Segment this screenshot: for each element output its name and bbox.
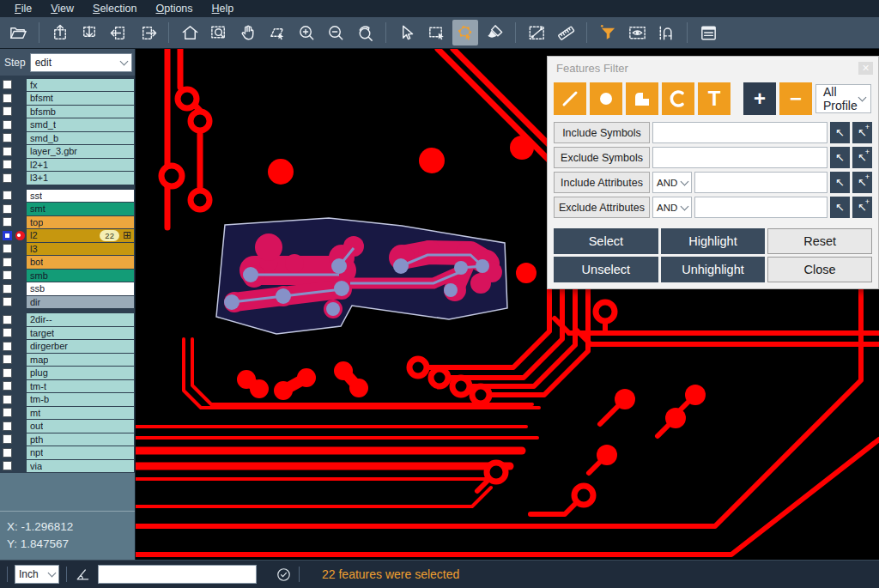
layer-checkbox[interactable]: [3, 328, 12, 337]
layer-row-l2[interactable]: l222⊞: [0, 229, 135, 243]
layer-checkbox[interactable]: [3, 231, 12, 240]
exclude-attributes-button[interactable]: Exclude Attributes: [554, 197, 650, 218]
send-right-icon[interactable]: [135, 20, 161, 45]
layer-row-layer3gbr[interactable]: layer_3.gbr: [0, 145, 135, 159]
layer-row-l3plus1[interactable]: l3+1: [0, 172, 135, 185]
add-filter-button[interactable]: +: [743, 82, 776, 115]
layer-checkbox[interactable]: [3, 191, 12, 200]
include-symbols-input[interactable]: [652, 122, 827, 143]
layer-row-ssb[interactable]: ssb: [0, 282, 135, 296]
measure-distance-icon[interactable]: [524, 20, 549, 45]
layer-row-out[interactable]: out: [0, 420, 135, 433]
layer-row-smt[interactable]: smt: [0, 203, 135, 216]
layer-checkbox[interactable]: [3, 204, 12, 214]
pcb-canvas[interactable]: Features Filter ✕ T + − All Profile: [136, 49, 879, 560]
reset-button[interactable]: Reset: [767, 228, 872, 254]
layer-checkbox[interactable]: [3, 315, 12, 324]
layer-checkbox[interactable]: [3, 147, 12, 156]
layer-checkbox[interactable]: [3, 270, 12, 280]
layer-row-tm-b[interactable]: tm-b: [0, 393, 135, 407]
zoom-out-icon[interactable]: [323, 20, 349, 45]
layer-row-smb[interactable]: smb: [0, 269, 135, 282]
pan-hand-icon[interactable]: [235, 20, 261, 45]
layer-checkbox[interactable]: [3, 80, 12, 89]
layer-checkbox[interactable]: [3, 434, 12, 444]
profile-dropdown[interactable]: All Profile: [815, 84, 871, 113]
pick-symbol-icon[interactable]: [830, 122, 850, 143]
clear-brush-icon[interactable]: [482, 20, 507, 45]
pick-symbol-icon[interactable]: [830, 147, 850, 168]
drag-select-icon[interactable]: [264, 20, 290, 45]
ruler-icon[interactable]: [553, 20, 579, 45]
menu-help[interactable]: Help: [204, 1, 242, 16]
layer-checkbox[interactable]: [3, 94, 12, 103]
view-options-icon[interactable]: [624, 20, 650, 45]
layer-checkbox[interactable]: [3, 408, 12, 417]
layer-row-pth[interactable]: pth: [0, 433, 135, 446]
unhighlight-button[interactable]: Unhighlight: [661, 257, 766, 282]
highlight-button[interactable]: Highlight: [661, 228, 766, 254]
layer-checkbox[interactable]: [3, 355, 12, 364]
surface-feature-button[interactable]: [626, 82, 658, 115]
layer-row-sst[interactable]: sst: [0, 189, 135, 203]
layer-row-bfsmt[interactable]: bfsmt: [0, 92, 135, 106]
dialog-title-bar[interactable]: Features Filter ✕: [548, 57, 878, 79]
layer-row-plug[interactable]: plug: [0, 367, 135, 380]
layer-checkbox[interactable]: [3, 244, 12, 253]
layer-row-target[interactable]: target: [0, 326, 135, 340]
pick-add-attribute-icon[interactable]: [852, 197, 872, 218]
menu-options[interactable]: Options: [148, 1, 200, 16]
include-attributes-operator-dropdown[interactable]: AND: [652, 172, 692, 193]
arc-feature-button[interactable]: [662, 82, 694, 115]
command-input[interactable]: [98, 565, 257, 584]
zoom-window-icon[interactable]: [206, 20, 232, 45]
step-dropdown[interactable]: edit: [30, 53, 132, 72]
layer-checkbox[interactable]: [3, 461, 12, 470]
pick-attribute-icon[interactable]: [830, 197, 850, 218]
zoom-previous-icon[interactable]: [352, 20, 378, 45]
layer-row-fx[interactable]: fx: [0, 78, 135, 92]
layer-checkbox[interactable]: [3, 448, 12, 458]
layer-row-tm-t[interactable]: tm-t: [0, 379, 135, 393]
select-button[interactable]: Select: [554, 228, 658, 254]
layer-row-2dir[interactable]: 2dir--: [0, 313, 135, 327]
pick-add-symbol-icon[interactable]: [852, 147, 872, 168]
exclude-attributes-input[interactable]: [694, 197, 827, 218]
layer-row-l2plus1[interactable]: l2+1: [0, 158, 135, 172]
include-symbols-button[interactable]: Include Symbols: [554, 122, 650, 143]
layer-row-bot[interactable]: bot: [0, 256, 135, 270]
menu-view[interactable]: View: [43, 1, 82, 16]
close-button[interactable]: Close: [767, 257, 872, 282]
layer-checkbox[interactable]: [3, 173, 12, 183]
snap-mode-icon[interactable]: [653, 20, 679, 45]
close-icon[interactable]: ✕: [858, 62, 873, 75]
open-folder-icon[interactable]: [5, 20, 31, 45]
include-attributes-button[interactable]: Include Attributes: [554, 172, 650, 193]
layers-panel-icon[interactable]: [695, 20, 721, 45]
import-down-icon[interactable]: [76, 20, 102, 45]
layer-row-l3[interactable]: l3: [0, 242, 135, 256]
text-feature-button[interactable]: T: [698, 82, 730, 115]
layer-row-mt[interactable]: mt: [0, 406, 135, 420]
unselect-button[interactable]: Unselect: [554, 257, 658, 282]
exclude-symbols-input[interactable]: [652, 147, 827, 168]
features-filter-icon[interactable]: [595, 20, 621, 45]
layer-row-map[interactable]: map: [0, 353, 135, 367]
menu-file[interactable]: File: [7, 1, 39, 16]
home-icon[interactable]: [177, 20, 203, 45]
layer-row-via[interactable]: via: [0, 459, 135, 473]
exclude-symbols-button[interactable]: Exclude Symbols: [554, 147, 650, 168]
layer-checkbox[interactable]: [3, 258, 12, 267]
line-feature-button[interactable]: [554, 82, 586, 115]
polygon-select-icon[interactable]: [452, 20, 478, 45]
angle-measure-icon[interactable]: [74, 566, 91, 583]
include-attributes-input[interactable]: [694, 172, 827, 193]
grid-icon[interactable]: ⊞: [123, 230, 131, 241]
layer-row-dir[interactable]: dir: [0, 295, 135, 309]
units-dropdown[interactable]: Inch: [15, 565, 59, 584]
layer-checkbox[interactable]: [3, 106, 12, 116]
layer-checkbox[interactable]: [3, 381, 12, 391]
layer-checkbox[interactable]: [3, 395, 12, 404]
pick-add-symbol-icon[interactable]: [852, 122, 872, 143]
layer-checkbox[interactable]: [3, 297, 12, 306]
